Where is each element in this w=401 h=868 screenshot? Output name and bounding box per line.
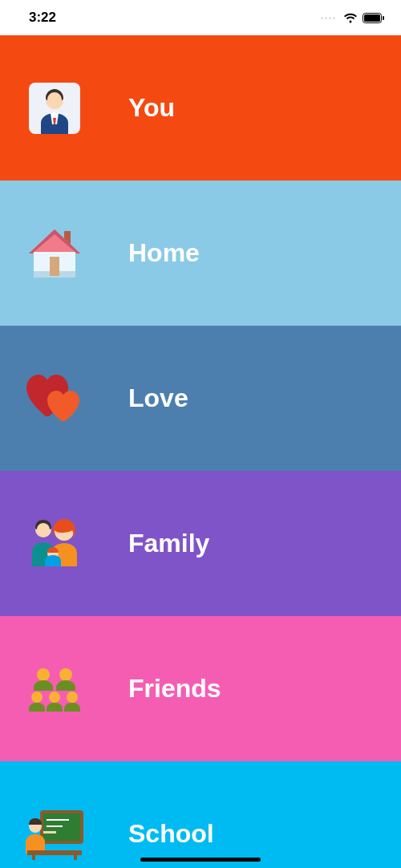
hearts-icon	[24, 368, 85, 429]
svg-point-19	[67, 692, 78, 703]
house-icon	[24, 223, 85, 284]
family-icon	[24, 513, 85, 574]
svg-point-18	[49, 692, 60, 703]
svg-rect-28	[74, 855, 77, 860]
person-icon	[24, 78, 85, 139]
home-indicator	[140, 858, 261, 862]
row-home[interactable]: Home	[0, 180, 401, 326]
svg-point-17	[31, 692, 43, 703]
friends-icon	[24, 659, 85, 720]
row-friends[interactable]: Friends	[0, 616, 401, 761]
status-right	[321, 13, 385, 23]
status-time: 3:22	[29, 10, 56, 26]
svg-rect-25	[43, 831, 56, 834]
row-label: School	[128, 819, 214, 849]
svg-rect-1	[364, 14, 380, 22]
svg-rect-27	[32, 855, 35, 860]
wifi-icon	[343, 13, 358, 23]
status-bar: 3:22	[0, 0, 401, 35]
category-list: You Home Love	[0, 35, 401, 868]
svg-rect-2	[383, 16, 384, 20]
row-label: Home	[128, 238, 200, 268]
row-family[interactable]: Family	[0, 471, 401, 616]
svg-point-15	[37, 668, 50, 681]
row-you[interactable]: You	[0, 35, 401, 180]
battery-icon	[363, 13, 385, 23]
school-icon	[24, 804, 85, 865]
row-label: Love	[128, 383, 188, 413]
row-label: Family	[128, 529, 209, 558]
svg-rect-10	[50, 257, 59, 276]
svg-point-16	[59, 668, 72, 681]
row-label: Friends	[128, 674, 221, 704]
row-love[interactable]: Love	[0, 326, 401, 471]
svg-rect-26	[27, 850, 82, 855]
row-label: You	[128, 93, 175, 123]
cellular-dots-icon	[321, 17, 335, 19]
row-school[interactable]: School	[0, 761, 401, 868]
